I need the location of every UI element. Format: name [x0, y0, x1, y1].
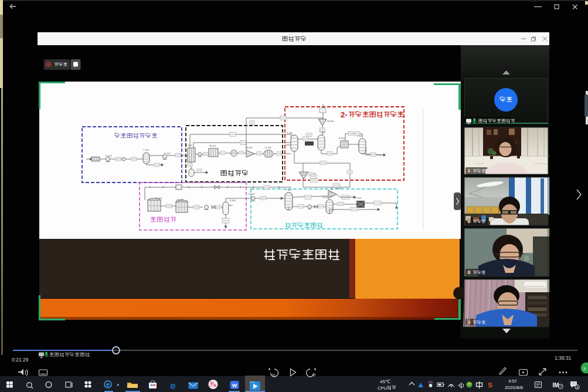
svg-text:R-401: R-401 — [156, 197, 163, 200]
svg-text:S: S — [488, 381, 492, 388]
svg-text:W-202: W-202 — [246, 146, 253, 149]
svg-text:E-302: E-302 — [339, 137, 345, 140]
svg-text:T-302: T-302 — [320, 131, 326, 134]
svg-text:0:21:29: 0:21:29 — [12, 357, 29, 363]
svg-text:W-201: W-201 — [209, 144, 216, 147]
svg-text:9:57: 9:57 — [508, 379, 517, 384]
svg-text:T-101: T-101 — [143, 148, 149, 151]
svg-text:45℃: 45℃ — [380, 379, 390, 384]
svg-text:30: 30 — [312, 373, 316, 377]
svg-text:W-301: W-301 — [327, 120, 334, 123]
svg-text:P-102: P-102 — [164, 152, 171, 155]
svg-text:R-202: R-202 — [265, 146, 272, 149]
svg-text:V-401: V-401 — [230, 199, 236, 202]
svg-text:1:38:31: 1:38:31 — [555, 355, 572, 361]
svg-text:W: W — [232, 383, 237, 388]
svg-text:10: 10 — [271, 373, 276, 377]
svg-text:2-: 2- — [341, 110, 348, 119]
svg-text:R-402: R-402 — [177, 198, 184, 201]
svg-text:V-402: V-402 — [249, 192, 255, 195]
svg-text:T-201: T-201 — [287, 131, 293, 134]
svg-text:E-501: E-501 — [335, 187, 342, 190]
svg-text:P-501: P-501 — [355, 197, 362, 200]
svg-text:2020/8/6: 2020/8/6 — [505, 385, 524, 390]
svg-text:e: e — [106, 381, 110, 388]
svg-text:5: 5 — [583, 367, 586, 371]
svg-text:T-501: T-501 — [285, 188, 292, 191]
svg-text:R-201: R-201 — [186, 144, 193, 147]
svg-text:IM: IM — [552, 382, 559, 388]
svg-text:P-101: P-101 — [106, 154, 112, 157]
svg-text:T-502: T-502 — [322, 196, 328, 199]
svg-text:CPU: CPU — [378, 386, 387, 391]
svg-text:e: e — [170, 380, 175, 391]
